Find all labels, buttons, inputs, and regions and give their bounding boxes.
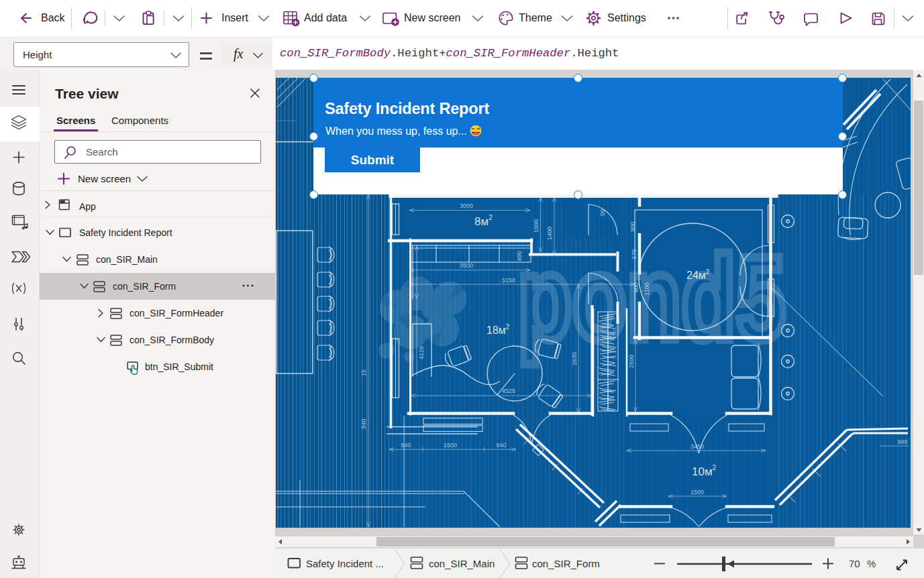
svg-text:3000: 3000 xyxy=(460,203,473,209)
svg-text:4525: 4525 xyxy=(502,388,515,394)
svg-text:840: 840 xyxy=(496,442,506,449)
svg-text:50: 50 xyxy=(599,209,606,216)
svg-text:900: 900 xyxy=(633,282,639,292)
svg-text:3450: 3450 xyxy=(690,443,704,450)
svg-text:1400: 1400 xyxy=(546,227,553,240)
svg-text:400: 400 xyxy=(516,251,523,261)
svg-text:900: 900 xyxy=(629,221,636,231)
svg-text:840: 840 xyxy=(401,442,411,449)
svg-text:3500: 3500 xyxy=(460,262,473,269)
svg-text:2630: 2630 xyxy=(571,352,578,365)
svg-text:1000: 1000 xyxy=(533,219,540,233)
svg-text:1500: 1500 xyxy=(444,442,457,449)
svg-text:4120: 4120 xyxy=(418,346,425,359)
svg-text:2500: 2500 xyxy=(628,355,635,368)
svg-text:940: 940 xyxy=(897,439,907,445)
svg-text:840: 840 xyxy=(360,418,367,428)
svg-text:1500: 1500 xyxy=(690,489,704,496)
svg-text:1100: 1100 xyxy=(644,282,650,295)
svg-text:5150: 5150 xyxy=(502,277,515,284)
svg-text:15: 15 xyxy=(360,369,367,376)
svg-text:570: 570 xyxy=(631,249,637,259)
